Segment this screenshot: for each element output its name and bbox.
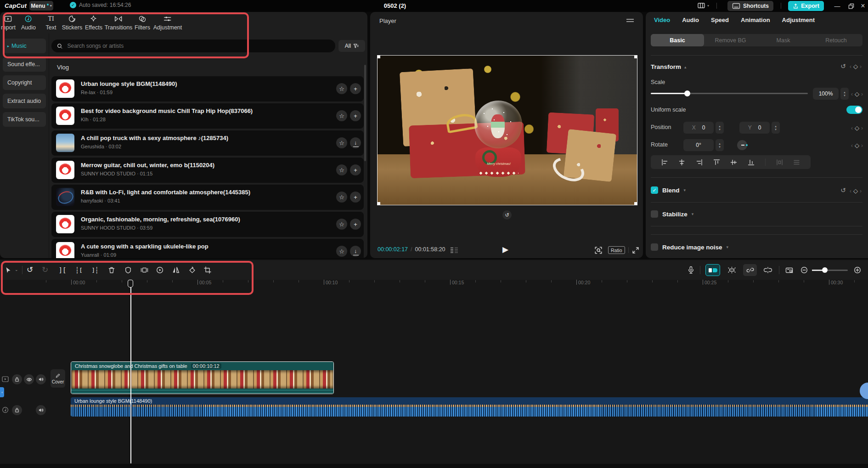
blend-reset-button[interactable]: ↺: [840, 186, 846, 194]
keyframe-next-icon[interactable]: ›: [861, 91, 863, 97]
transform-keyframe-controls[interactable]: ‹◇›: [850, 63, 862, 70]
keyframe-prev-icon[interactable]: ‹: [851, 91, 853, 97]
filter-all-button[interactable]: All: [338, 40, 365, 52]
tab-animation[interactable]: Animation: [741, 17, 770, 23]
position-x-field[interactable]: X 0: [683, 122, 714, 134]
mirror-button[interactable]: [170, 265, 182, 276]
sidebar-item-sound-effects[interactable]: Sound effe...: [3, 57, 46, 72]
horizontal-scrollbar[interactable]: [0, 464, 868, 468]
music-list-item[interactable]: Merrow guitar, chill out, winter, emo b(…: [51, 158, 364, 183]
add-to-timeline-button[interactable]: +: [350, 219, 361, 230]
align-bottom-icon[interactable]: [748, 159, 755, 166]
tab-transitions[interactable]: Transitions: [105, 15, 133, 31]
stabilize-section-header[interactable]: Stabilize ▾: [651, 210, 693, 218]
media-scrollbar[interactable]: [364, 65, 366, 161]
keyframe-next-icon[interactable]: ›: [861, 142, 863, 149]
music-list-item[interactable]: Best for video background music Chill Tr…: [51, 103, 364, 129]
export-button[interactable]: Export: [788, 1, 824, 11]
music-list-item[interactable]: Urban lounge style BGM(1148490) Re-lax ·…: [51, 76, 364, 101]
keyframe-prev-icon[interactable]: ‹: [851, 142, 853, 149]
delete-right-button[interactable]: ]┆: [89, 265, 101, 276]
keyframe-diamond-icon[interactable]: ◇: [855, 142, 859, 149]
favorite-star-button[interactable]: ☆: [336, 219, 347, 230]
floating-helper-button[interactable]: [860, 383, 868, 399]
subtab-remove-bg[interactable]: Remove BG: [704, 34, 757, 46]
keyframe-diamond-icon[interactable]: ◇: [853, 187, 858, 194]
snapping-toggle-button[interactable]: [705, 264, 720, 276]
rotate-clip-button[interactable]: [186, 265, 197, 276]
stabilize-checkbox[interactable]: [651, 210, 658, 218]
keyframe-next-icon[interactable]: ›: [860, 63, 862, 70]
keyframe-prev-icon[interactable]: ‹: [850, 63, 851, 70]
tab-filters[interactable]: Filters: [135, 15, 150, 31]
scale-value-field[interactable]: 100%: [813, 88, 839, 100]
sidebar-item-copyright[interactable]: Copyright: [3, 75, 46, 90]
mute-track-button[interactable]: [36, 405, 46, 415]
select-tool-dropdown[interactable]: ⌄: [15, 267, 18, 272]
timeline-zoom-slider[interactable]: [812, 270, 848, 271]
shortcuts-button[interactable]: Shortcuts: [727, 1, 773, 11]
rotate-stepper[interactable]: ▴▾: [716, 139, 724, 151]
scale-slider[interactable]: [651, 93, 808, 94]
reduce-noise-checkbox[interactable]: [651, 243, 658, 251]
link-clips-button[interactable]: [743, 264, 757, 276]
tab-speed[interactable]: Speed: [711, 17, 729, 23]
playhead-handle[interactable]: [128, 280, 133, 288]
keyframe-next-icon[interactable]: ›: [861, 125, 863, 131]
audio-clip[interactable]: Urban lounge style BGM(1148490): [71, 397, 868, 417]
blend-checkbox[interactable]: ✓: [651, 186, 658, 194]
selection-handle[interactable]: [634, 202, 637, 205]
preview-axis-button[interactable]: [783, 265, 795, 276]
minimize-button[interactable]: —: [832, 1, 842, 11]
ratio-button[interactable]: Ratio: [608, 246, 625, 254]
tab-adjustment-inspector[interactable]: Adjustment: [782, 17, 815, 23]
selection-handle[interactable]: [378, 202, 380, 205]
zoom-to-fit-button[interactable]: [852, 265, 862, 276]
subtab-basic[interactable]: Basic: [651, 34, 704, 46]
align-top-icon[interactable]: [713, 159, 720, 166]
search-bar[interactable]: [51, 39, 335, 52]
position-x-stepper[interactable]: ▴▾: [716, 122, 724, 134]
blend-keyframe-controls[interactable]: ‹◇›: [850, 187, 862, 194]
scale-stepper[interactable]: ▴▾: [840, 88, 849, 100]
undo-button[interactable]: ↺: [24, 264, 35, 275]
mute-track-button[interactable]: [36, 374, 46, 384]
delete-left-button[interactable]: ┆[: [73, 265, 85, 276]
distribute-horizontal-icon[interactable]: [776, 159, 783, 166]
position-y-stepper[interactable]: ▴▾: [772, 122, 780, 134]
add-to-timeline-button[interactable]: +: [350, 83, 361, 94]
download-button[interactable]: ↓: [350, 246, 361, 257]
play-button[interactable]: ▶: [502, 245, 508, 254]
frame-lines-icon[interactable]: [450, 247, 458, 254]
video-preview-frame[interactable]: Merry christmas!: [377, 55, 637, 205]
favorite-star-button[interactable]: ☆: [336, 83, 347, 94]
add-to-timeline-button[interactable]: +: [350, 164, 361, 175]
lock-track-button[interactable]: [12, 405, 22, 415]
split-button[interactable]: ][: [57, 265, 68, 276]
favorite-star-button[interactable]: ☆: [336, 137, 347, 148]
keyframe-prev-icon[interactable]: ‹: [850, 188, 851, 194]
tab-adjustment[interactable]: Adjustment: [153, 15, 182, 31]
tab-stickers[interactable]: Stickers: [62, 15, 82, 31]
transform-section-header[interactable]: Transform ▴: [651, 63, 687, 70]
favorite-star-button[interactable]: ☆: [336, 164, 347, 175]
cover-button[interactable]: Cover: [51, 369, 65, 388]
delete-button[interactable]: [106, 265, 117, 276]
maximize-button[interactable]: [846, 1, 856, 11]
add-to-timeline-button[interactable]: +: [350, 192, 361, 203]
favorite-star-button[interactable]: ☆: [336, 192, 347, 203]
tab-video[interactable]: Video: [654, 17, 670, 23]
music-list-item[interactable]: Organic, fashionable, morning, refreshin…: [51, 212, 364, 237]
lock-track-button[interactable]: [12, 374, 22, 384]
auto-attach-button[interactable]: [726, 265, 738, 276]
position-y-field[interactable]: Y 0: [739, 122, 770, 134]
rotate-handle-button[interactable]: ↺: [502, 210, 512, 220]
selection-handle[interactable]: [634, 56, 637, 58]
menu-button[interactable]: Menu ▾: [29, 1, 53, 11]
music-list-item[interactable]: A cute song with a sparkling ukulele-lik…: [51, 239, 364, 258]
align-center-horizontal-icon[interactable]: [678, 159, 685, 166]
transform-reset-button[interactable]: ↺: [840, 62, 846, 70]
select-tool-button[interactable]: [3, 265, 14, 276]
close-button[interactable]: ×: [858, 1, 868, 11]
rotate-value-field[interactable]: 0°: [683, 139, 714, 151]
